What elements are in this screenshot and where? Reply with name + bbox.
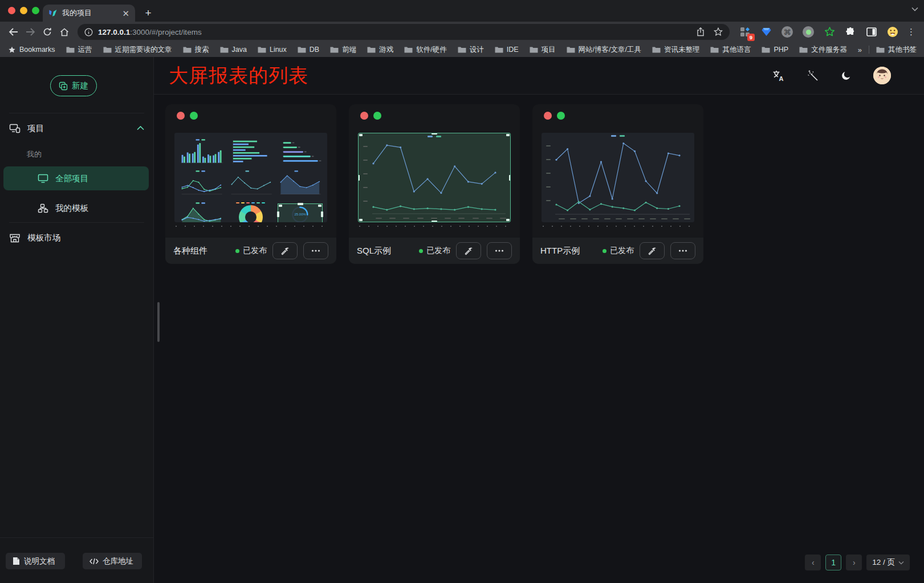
browser-menu-icon[interactable]: ⋮	[903, 27, 919, 37]
bookmark-folder[interactable]: 其他语言	[710, 45, 751, 55]
y-axis-tick	[546, 173, 551, 174]
bookmark-folder[interactable]: 项目	[530, 45, 556, 55]
status-label: 已发布	[243, 246, 267, 256]
bookmark-folder[interactable]: 运营	[66, 45, 92, 55]
bookmark-folder[interactable]: PHP	[762, 46, 788, 54]
bookmark-folder[interactable]: 近期需要读的文章	[103, 45, 172, 55]
magic-wand-icon[interactable]	[807, 70, 819, 81]
sidebar-item-my-templates[interactable]: 我的模板	[3, 196, 149, 220]
edit-hammer-button[interactable]	[640, 242, 665, 259]
zoom-window-button[interactable]	[32, 7, 39, 14]
recorder-extension-icon[interactable]	[802, 26, 815, 38]
back-icon[interactable]	[5, 24, 22, 40]
home-icon[interactable]	[56, 24, 73, 40]
side-panel-icon[interactable]	[865, 26, 878, 38]
forward-icon[interactable]	[22, 24, 39, 40]
bookmark-folder[interactable]: Linux	[258, 46, 287, 54]
bookmark-folder[interactable]: 搜索	[183, 45, 209, 55]
card-preview[interactable]	[542, 133, 694, 222]
browser-tab[interactable]: 我的项目 ✕	[43, 5, 135, 22]
site-info-icon[interactable]	[84, 28, 93, 36]
tab-manager-extension-icon[interactable]: 9	[739, 26, 751, 38]
bookmarks-overflow-chevron[interactable]: »	[858, 46, 862, 54]
close-window-button[interactable]	[8, 7, 15, 14]
url-text[interactable]: 127.0.0.1:3000/#/project/items	[98, 28, 202, 36]
bookmark-folder[interactable]: 文件服务器	[799, 45, 847, 55]
reload-icon[interactable]	[39, 24, 56, 40]
selection-handle[interactable]	[509, 175, 511, 181]
bookmark-folder-label: Linux	[270, 46, 287, 54]
sidebar-section-projects[interactable]: 项目	[0, 117, 153, 139]
scrollbar-thumb[interactable]	[157, 302, 160, 342]
selection-handle[interactable]	[506, 219, 510, 221]
gem-extension-icon[interactable]	[760, 26, 772, 38]
project-card[interactable]: 25.00% 各种组件 已发布	[165, 104, 336, 264]
tab-close-icon[interactable]: ✕	[122, 9, 129, 18]
selection-handle[interactable]	[506, 134, 510, 136]
repo-button[interactable]: 仓库地址	[83, 553, 142, 569]
emoji-extension-icon[interactable]	[886, 26, 899, 38]
components-thumb-grid: 25.00%	[178, 137, 324, 218]
selection-handle[interactable]	[279, 205, 282, 207]
bookmark-folder[interactable]: 前端	[330, 45, 356, 55]
sidebar-divider	[9, 113, 144, 113]
pagination-page-1[interactable]: 1	[825, 555, 841, 570]
selected-gauge-widget[interactable]: 25.00%	[278, 203, 323, 223]
new-project-button[interactable]: 新建	[50, 75, 97, 96]
selection-handle[interactable]	[277, 211, 279, 217]
project-card[interactable]: HTTP示例 已发布	[532, 104, 703, 264]
more-options-button[interactable]	[487, 242, 512, 259]
chart-thumb-cell	[276, 169, 324, 198]
bookmark-folder-label: 文件服务器	[811, 45, 847, 55]
page-size-select[interactable]: 12 / 页	[866, 555, 910, 570]
bookmark-folder[interactable]: IDE	[495, 46, 519, 54]
bookmark-folder[interactable]: 设计	[458, 45, 484, 55]
bookmark-folder-label: 前端	[342, 45, 356, 55]
docs-button[interactable]: 说明文档	[6, 553, 65, 569]
selection-handle[interactable]	[298, 203, 303, 205]
folder-icon	[367, 46, 376, 53]
more-options-button[interactable]	[670, 242, 695, 259]
bookmark-folder[interactable]: 软件/硬件	[404, 45, 446, 55]
new-tab-button[interactable]: +	[141, 6, 156, 21]
chevron-up-icon[interactable]	[137, 126, 144, 131]
user-avatar[interactable]	[873, 67, 891, 84]
project-card[interactable]: SQL示例 已发布	[349, 104, 520, 264]
selection-handle[interactable]	[432, 221, 437, 222]
tab-search-icon[interactable]	[911, 7, 918, 11]
sidebar-item-all-projects[interactable]: 全部项目	[3, 166, 149, 190]
other-bookmarks[interactable]: 其他书签	[876, 45, 917, 55]
extensions-puzzle-icon[interactable]	[844, 26, 857, 38]
edit-hammer-button[interactable]	[456, 242, 481, 259]
bookmarks-root[interactable]: Bookmarks	[8, 46, 55, 54]
selection-handle[interactable]	[318, 205, 321, 207]
bookmark-folder[interactable]: 资讯未整理	[652, 45, 700, 55]
selection-handle[interactable]	[432, 133, 437, 134]
bookmark-folder[interactable]: DB	[298, 46, 319, 54]
more-options-button[interactable]	[303, 242, 328, 259]
x-axis-tick	[638, 218, 645, 219]
green-star-extension-icon[interactable]	[823, 26, 836, 38]
card-preview[interactable]	[358, 133, 511, 222]
bookmark-folder[interactable]: 游戏	[367, 45, 393, 55]
bookmark-star-icon[interactable]	[714, 27, 723, 36]
minimize-window-button[interactable]	[20, 7, 27, 14]
edit-hammer-button[interactable]	[272, 242, 298, 259]
bookmark-folder[interactable]: Java	[220, 46, 247, 54]
share-icon[interactable]	[697, 27, 705, 36]
pagination-prev-button[interactable]: ‹	[805, 555, 821, 570]
address-bar[interactable]: 127.0.0.1:3000/#/project/items	[78, 24, 730, 40]
card-preview[interactable]: 25.00%	[174, 133, 327, 222]
sidebar-item-template-market[interactable]: 模板市场	[0, 227, 153, 248]
language-translate-icon[interactable]: A	[772, 70, 785, 81]
line2-chart-thumb	[178, 169, 225, 198]
bookmark-folder[interactable]: 网站/博客/文章/工具	[567, 45, 641, 55]
folder-icon	[220, 46, 229, 53]
command-extension-icon[interactable]: ⌘	[781, 26, 793, 38]
selection-handle[interactable]	[359, 219, 363, 221]
dark-mode-moon-icon[interactable]	[840, 70, 852, 81]
selection-handle[interactable]	[321, 211, 323, 217]
pagination-next-button[interactable]: ›	[846, 555, 862, 570]
selection-handle[interactable]	[358, 175, 360, 181]
selection-handle[interactable]	[359, 134, 363, 136]
